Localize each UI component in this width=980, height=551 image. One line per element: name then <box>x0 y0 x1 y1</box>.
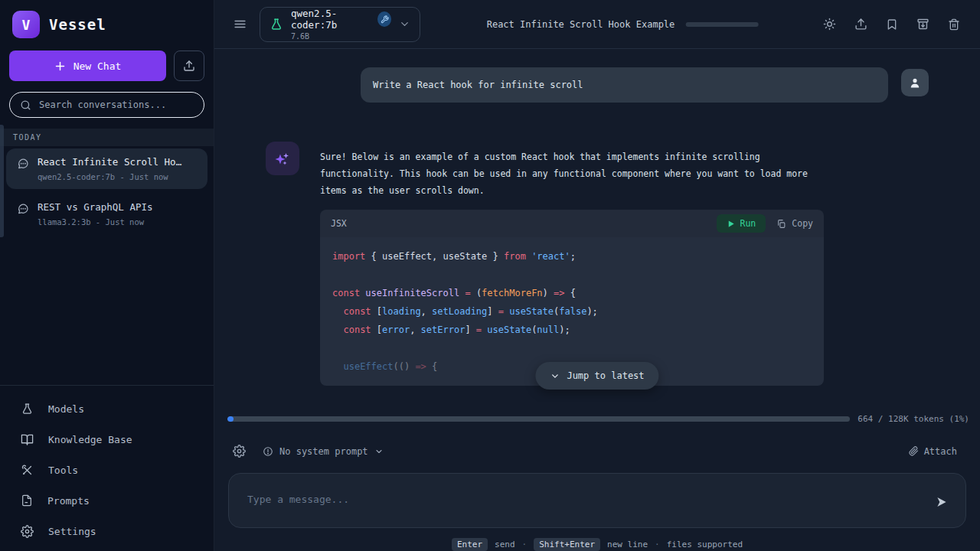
chat-settings-button[interactable] <box>233 445 246 458</box>
shift-enter-key-hint: Shift+Enter <box>534 538 600 551</box>
paperclip-icon <box>909 446 919 456</box>
sidebar-item-prompts[interactable]: Prompts <box>0 485 214 516</box>
model-size: 7.6B <box>291 32 391 41</box>
model-name: qwen2.5-coder:7b <box>291 8 372 31</box>
token-usage-bar <box>227 416 850 422</box>
bookmark-chat-button[interactable] <box>886 18 898 31</box>
send-hint: send <box>495 540 515 549</box>
sidebar: V Vessel New Chat TODAY React Infinite S… <box>0 0 214 551</box>
sidebar-item-label: Prompts <box>47 495 90 507</box>
gear-icon <box>233 445 246 458</box>
copy-icon <box>776 219 786 229</box>
app-logo: V <box>12 11 40 38</box>
code-block-header: JSX Run Copy <box>320 210 824 237</box>
code-language-label: JSX <box>331 218 347 229</box>
export-chats-button[interactable] <box>174 51 204 81</box>
sidebar-scrollbar[interactable] <box>0 125 4 237</box>
sparkles-icon <box>273 149 292 168</box>
assistant-avatar <box>266 142 299 175</box>
new-chat-button[interactable]: New Chat <box>9 51 166 81</box>
chevron-down-icon <box>374 447 384 456</box>
conversation-item[interactable]: React Infinite Scroll Hook Exampleqwen2.… <box>6 148 207 189</box>
title-progress-bar <box>685 22 758 27</box>
system-prompt-selector[interactable]: No system prompt <box>263 446 384 457</box>
conversation-title: REST vs GraphQL APIs <box>38 201 153 213</box>
archive-icon <box>916 18 929 31</box>
conversation-item[interactable]: REST vs GraphQL APIsllama3.2:3b - Just n… <box>6 194 207 234</box>
run-code-button[interactable]: Run <box>717 214 766 233</box>
code-line: const [loading, setLoading] = useState(f… <box>332 302 812 321</box>
topbar: qwen2.5-coder:7b 7.6B React Infinite Scr… <box>214 0 980 49</box>
info-icon <box>263 446 273 457</box>
plus-icon <box>54 60 66 72</box>
chat-bubble-icon <box>17 158 29 170</box>
assistant-message: Sure! Below is an example of a custom Re… <box>320 148 824 199</box>
menu-icon <box>233 17 247 31</box>
person-icon <box>908 76 922 90</box>
conversation-title: React Infinite Scroll Hook Example <box>38 156 187 168</box>
wrench-icon <box>381 15 389 24</box>
user-message-row: Write a React hook for infinite scroll <box>266 67 929 103</box>
flask-icon <box>270 18 283 31</box>
code-line: const [error, setError] = useState(null)… <box>332 321 812 339</box>
sidebar-item-settings[interactable]: Settings <box>0 516 214 546</box>
brand: V Vessel <box>0 0 214 47</box>
send-icon <box>935 495 949 509</box>
attach-file-button[interactable]: Attach <box>909 446 957 457</box>
search-input[interactable] <box>39 99 194 110</box>
copy-code-button[interactable]: Copy <box>776 218 813 229</box>
trash-icon <box>948 18 960 31</box>
code-line: const useInfiniteScroll = (fetchMoreFn) … <box>332 284 812 302</box>
sidebar-item-label: Settings <box>48 526 96 537</box>
send-button[interactable] <box>935 495 949 509</box>
jump-to-latest-button[interactable]: Jump to latest <box>535 362 658 390</box>
archive-chat-button[interactable] <box>916 18 929 31</box>
sidebar-item-tools[interactable]: Tools <box>0 455 214 485</box>
copy-label: Copy <box>792 218 813 229</box>
sun-icon <box>823 18 836 31</box>
sidebar-item-label: Knowledge Base <box>48 434 132 445</box>
theme-toggle-button[interactable] <box>823 18 836 31</box>
composer-hints: Enter send · Shift+Enter new line · file… <box>214 538 980 551</box>
assistant-message-row: Sure! Below is an example of a custom Re… <box>266 142 929 386</box>
play-icon <box>727 220 735 228</box>
app-name: Vessel <box>49 16 106 33</box>
book-icon <box>21 433 34 446</box>
new-chat-label: New Chat <box>74 60 122 72</box>
attach-label: Attach <box>924 446 957 457</box>
tools-icon <box>21 464 34 477</box>
sidebar-item-label: Models <box>48 403 84 415</box>
bookmark-icon <box>886 18 898 31</box>
code-block: JSX Run Copy <box>320 210 824 386</box>
sidebar-footer-nav: ModelsKnowledge BaseToolsPromptsSettings <box>0 385 214 551</box>
sidebar-item-models[interactable]: Models <box>0 393 214 424</box>
system-prompt-label: No system prompt <box>279 446 368 457</box>
message-input[interactable] <box>229 474 965 527</box>
logo-letter: V <box>22 17 31 33</box>
enter-key-hint: Enter <box>452 538 488 551</box>
model-selector[interactable]: qwen2.5-coder:7b 7.6B <box>260 7 420 42</box>
code-line <box>332 266 812 284</box>
code-line: import { useEffect, useState } from 'rea… <box>332 247 812 266</box>
chevron-down-icon <box>550 371 560 381</box>
files-supported-hint: files supported <box>667 540 743 549</box>
conversation-meta: qwen2.5-coder:7b - Just now <box>38 172 187 181</box>
search-conversations[interactable] <box>9 92 204 118</box>
sidebar-toggle-button[interactable] <box>233 17 247 31</box>
document-icon <box>21 494 33 507</box>
sidebar-item-knowledge-base[interactable]: Knowledge Base <box>0 424 214 455</box>
tool-capable-badge <box>377 11 391 27</box>
composer: 664 / 128K tokens (1%) No system prompt … <box>214 402 980 551</box>
chat-scroll-area[interactable]: Write a React hook for infinite scroll S… <box>214 49 980 402</box>
token-usage-fill <box>227 416 234 422</box>
share-icon <box>854 18 867 31</box>
delete-chat-button[interactable] <box>948 18 960 31</box>
user-message: Write a React hook for infinite scroll <box>361 67 888 103</box>
search-icon <box>20 99 31 111</box>
share-chat-button[interactable] <box>854 18 867 31</box>
conversation-list: React Infinite Scroll Hook Exampleqwen2.… <box>0 146 214 241</box>
main-area: qwen2.5-coder:7b 7.6B React Infinite Scr… <box>214 0 980 551</box>
newline-hint: new line <box>607 540 648 549</box>
user-avatar <box>901 69 929 96</box>
conversation-meta: llama3.2:3b - Just now <box>38 217 153 227</box>
